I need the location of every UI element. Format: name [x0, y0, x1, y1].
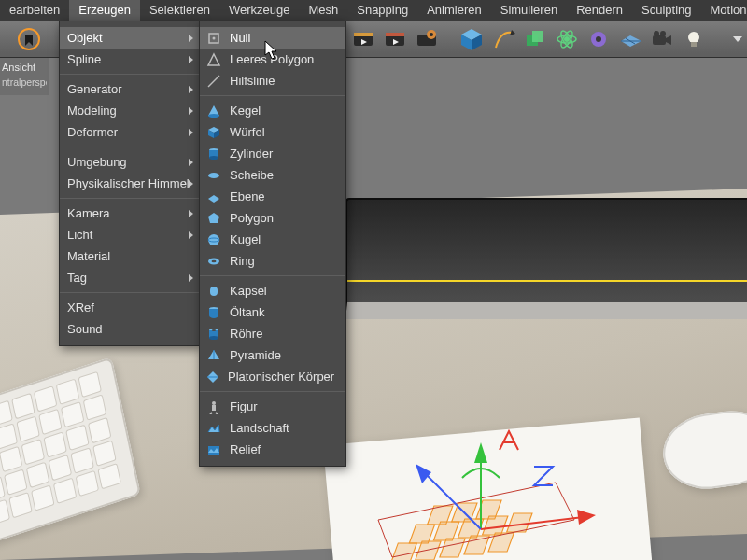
- menu-item-material[interactable]: Material: [60, 245, 199, 267]
- pyramid-icon: [205, 347, 222, 364]
- submenu-item-pyramide[interactable]: Pyramide: [200, 344, 345, 366]
- axis-marker-a: [500, 431, 518, 450]
- tool-film-gear[interactable]: [413, 25, 441, 53]
- menu-separator: [200, 95, 345, 96]
- axis-gizmo[interactable]: [374, 431, 654, 560]
- submenu-item-landschaft[interactable]: Landschaft: [200, 417, 345, 439]
- submenu-arrow-icon: [189, 159, 193, 166]
- menu-animieren[interactable]: Animieren: [417, 0, 491, 21]
- submenu-arrow-icon: [189, 86, 193, 93]
- menu-item-label: Material: [67, 249, 110, 263]
- submenu-item-label: Kapsel: [230, 284, 267, 298]
- menu-partial-left: earbeiten: [0, 0, 69, 21]
- tool-gear-deform[interactable]: [585, 25, 613, 53]
- submenu-item-leeres-polygon[interactable]: Leeres Polygon: [200, 49, 345, 70]
- view-menu-label[interactable]: Ansicht: [2, 62, 47, 73]
- tool-camera[interactable]: [648, 25, 676, 53]
- menu-item-label: Generator: [67, 82, 122, 96]
- tool-film-a[interactable]: [349, 25, 377, 53]
- submenu-item-kegel[interactable]: Kegel: [200, 100, 345, 121]
- svg-point-78: [212, 329, 216, 331]
- menu-separator: [60, 198, 199, 199]
- tool-pen-spline[interactable]: [489, 25, 517, 53]
- submenu-item-öltank[interactable]: Öltank: [200, 301, 345, 323]
- submenu-arrow-icon: [189, 107, 193, 115]
- menu-item-modeling[interactable]: Modeling: [60, 100, 199, 121]
- menu-mesh[interactable]: Mesh: [299, 0, 347, 21]
- svg-line-55: [208, 76, 219, 87]
- menu-item-kamera[interactable]: Kamera: [60, 203, 199, 224]
- menu-item-objekt[interactable]: Objekt: [60, 27, 199, 49]
- submenu-item-label: Pyramide: [230, 348, 281, 362]
- tool-floor-plane[interactable]: [616, 25, 644, 53]
- menu-erzeugen[interactable]: Erzeugen: [69, 0, 140, 21]
- svg-point-77: [209, 336, 218, 340]
- submenu-item-würfel[interactable]: Würfel: [200, 121, 345, 143]
- submenu-item-null[interactable]: Null: [200, 27, 345, 49]
- submenu-item-zylinder[interactable]: Zylinder: [200, 143, 345, 164]
- menu-item-generator[interactable]: Generator: [60, 78, 199, 100]
- polygon-icon: [205, 210, 222, 227]
- svg-rect-2: [354, 33, 373, 36]
- submenu-item-label: Platonischer Körper: [228, 370, 334, 384]
- tool-cube-primitive[interactable]: [458, 25, 486, 53]
- menu-item-sound[interactable]: Sound: [60, 318, 199, 340]
- submenu-item-kugel[interactable]: Kugel: [200, 229, 345, 250]
- submenu-arrow-icon: [189, 231, 193, 239]
- menu-item-label: Modeling: [67, 104, 117, 118]
- menu-item-xref[interactable]: XRef: [60, 297, 199, 318]
- menu-rendern[interactable]: Rendern: [567, 0, 632, 21]
- submenu-item-label: Ring: [230, 254, 255, 268]
- menu-item-umgebung[interactable]: Umgebung: [60, 151, 199, 173]
- disc-icon: [205, 167, 222, 184]
- svg-marker-66: [208, 213, 219, 223]
- submenu-item-hilfslinie[interactable]: Hilfslinie: [200, 70, 345, 91]
- landscape-icon: [205, 420, 222, 437]
- submenu-item-label: Null: [230, 31, 250, 45]
- svg-rect-15: [532, 31, 543, 42]
- menu-separator: [200, 391, 345, 392]
- svg-point-83: [212, 401, 216, 405]
- menu-werkzeuge[interactable]: Werkzeuge: [219, 0, 300, 21]
- toolbar-options-icon[interactable]: [730, 28, 745, 50]
- cube-icon: [205, 124, 222, 141]
- tool-light-bulb[interactable]: [680, 25, 708, 53]
- menu-sculpting[interactable]: Sculpting: [632, 0, 700, 21]
- svg-point-9: [430, 33, 433, 36]
- triangle-icon: [205, 51, 222, 68]
- submenu-item-röhre[interactable]: Röhre: [200, 323, 345, 344]
- objekt-submenu[interactable]: NullLeeres PolygonHilfslinieKegelWürfelZ…: [199, 21, 346, 467]
- menu-item-label: Spline: [67, 52, 101, 66]
- menu-simulieren[interactable]: Simulieren: [491, 0, 567, 21]
- submenu-item-ring[interactable]: Ring: [200, 250, 345, 272]
- svg-point-67: [208, 234, 219, 245]
- menu-item-label: XRef: [67, 301, 94, 315]
- menu-item-spline[interactable]: Spline: [60, 49, 199, 70]
- erzeugen-menu[interactable]: ObjektSplineGeneratorModelingDeformerUmg…: [59, 21, 200, 346]
- menu-motion tracker[interactable]: Motion Tracker: [701, 0, 748, 21]
- tool-atom-simulate[interactable]: [553, 25, 581, 53]
- submenu-item-polygon[interactable]: Polygon: [200, 207, 345, 229]
- submenu-item-scheibe[interactable]: Scheibe: [200, 164, 345, 186]
- submenu-item-relief[interactable]: Relief: [200, 439, 345, 460]
- submenu-item-label: Leeres Polygon: [230, 52, 314, 66]
- menu-snapping[interactable]: Snapping: [347, 0, 417, 21]
- tool-cube-array[interactable]: [521, 25, 549, 53]
- submenu-item-figur[interactable]: Figur: [200, 396, 345, 417]
- menu-item-physikalischer-himmel[interactable]: Physikalischer Himmel: [60, 173, 199, 194]
- submenu-item-kapsel[interactable]: Kapsel: [200, 280, 345, 301]
- submenu-arrow-icon: [189, 210, 193, 217]
- svg-rect-71: [210, 287, 218, 296]
- svg-point-16: [564, 36, 570, 42]
- tool-film-b[interactable]: [381, 25, 409, 53]
- menu-item-tag[interactable]: Tag: [60, 267, 199, 288]
- submenu-item-ebene[interactable]: Ebene: [200, 186, 345, 207]
- menu-item-deformer[interactable]: Deformer: [60, 121, 199, 143]
- menu-selektieren[interactable]: Selektieren: [140, 0, 219, 21]
- svg-marker-28: [666, 35, 671, 45]
- menu-item-licht[interactable]: Licht: [60, 224, 199, 245]
- null-icon: [205, 30, 222, 47]
- submenu-item-platonischer-körper[interactable]: Platonischer Körper: [200, 366, 345, 387]
- svg-rect-25: [653, 35, 666, 45]
- tool-cursor-arrow[interactable]: [15, 25, 43, 53]
